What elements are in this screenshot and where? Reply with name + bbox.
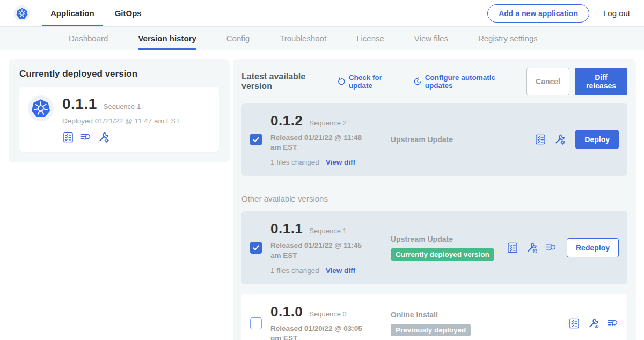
tab-license[interactable]: License	[356, 27, 384, 50]
version-number: 0.1.0	[270, 304, 303, 320]
version-number: 0.1.2	[270, 113, 303, 129]
deployed-action-icons	[62, 131, 180, 143]
deployed-timestamp: Deployed 01/21/22 @ 11:47 am EST	[62, 117, 180, 125]
tab-config[interactable]: Config	[226, 27, 250, 50]
files-changed-label: 1 files changed	[270, 267, 319, 275]
top-navigation: Application GitOps Add a new application…	[0, 0, 644, 27]
version-sequence: Sequence 1	[309, 227, 346, 235]
deployed-version-card: 0.1.1 Sequence 1 Deployed 01/21/22 @ 11:…	[19, 87, 219, 152]
main-content: Currently deployed version 0.1.1 Sequenc…	[0, 50, 644, 340]
redeploy-button[interactable]: Redeploy	[567, 238, 619, 257]
currently-deployed-badge: Currently deployed version	[391, 248, 494, 261]
currently-deployed-title: Currently deployed version	[19, 69, 219, 79]
released-timestamp: Released 01/20/22 @ 03:05 pm EST	[270, 324, 372, 340]
header-buttons: Cancel Diff releases	[526, 68, 627, 95]
version-source: Upstream Update	[391, 135, 535, 144]
add-new-application-button[interactable]: Add a new application	[487, 4, 589, 23]
tab-gitops[interactable]: GitOps	[115, 0, 142, 26]
view-diff-link[interactable]: View diff	[326, 158, 355, 166]
version-sequence: Sequence 2	[309, 119, 346, 127]
tab-dashboard[interactable]: Dashboard	[69, 27, 108, 50]
currently-deployed-panel: Currently deployed version 0.1.1 Sequenc…	[9, 59, 230, 162]
cancel-button[interactable]: Cancel	[526, 68, 569, 95]
version-checkbox[interactable]	[250, 317, 262, 329]
configure-automatic-updates-link[interactable]: Configure automatic updates	[413, 73, 515, 90]
tab-view-files[interactable]: View files	[414, 27, 448, 50]
view-files-icon[interactable]	[80, 131, 92, 143]
diff-releases-button[interactable]: Diff releases	[575, 68, 627, 95]
version-sequence: Sequence 0	[309, 310, 346, 318]
preflight-checks-icon[interactable]	[507, 242, 518, 254]
preflight-checks-icon[interactable]	[535, 134, 546, 145]
available-header: Latest available version Check for updat…	[241, 68, 627, 95]
preflight-checks-icon[interactable]	[568, 317, 580, 329]
other-versions-title: Other available versions	[241, 194, 627, 203]
view-config-icon[interactable]	[588, 317, 599, 329]
version-source: Online Install	[391, 311, 568, 319]
view-diff-link[interactable]: View diff	[326, 267, 355, 275]
row-action-icons	[568, 317, 619, 329]
row-action-icons	[507, 242, 557, 254]
deployed-version-number: 0.1.1	[62, 95, 97, 113]
kubernetes-logo-icon	[14, 5, 30, 21]
version-source: Upstream Update	[391, 235, 507, 243]
topnav-right: Add a new application Log out	[487, 4, 630, 23]
version-number: 0.1.1	[270, 220, 303, 237]
schedule-icon	[413, 77, 422, 86]
preflight-checks-icon[interactable]	[62, 131, 74, 143]
latest-available-title: Latest available version	[241, 72, 330, 91]
section-tabs: Dashboard Version history Config Trouble…	[0, 27, 644, 50]
available-versions-panel: Latest available version Check for updat…	[233, 59, 636, 340]
version-row-0-1-0: 0.1.0 Sequence 0 Released 01/20/22 @ 03:…	[241, 294, 627, 340]
row-action-icons	[535, 134, 566, 145]
released-timestamp: Released 01/21/22 @ 11:48 am EST	[270, 133, 372, 152]
previously-deployed-badge: Previously deployed	[391, 324, 471, 336]
view-files-icon[interactable]	[545, 242, 557, 254]
files-changed-label: 1 files changed	[270, 158, 319, 166]
tab-registry-settings[interactable]: Registry settings	[478, 27, 538, 50]
tab-application[interactable]: Application	[50, 0, 94, 26]
version-checkbox[interactable]	[250, 242, 262, 254]
refresh-icon	[337, 77, 346, 86]
deploy-button[interactable]: Deploy	[575, 130, 619, 149]
logout-button[interactable]: Log out	[603, 9, 630, 18]
app-kubernetes-logo-icon	[28, 95, 54, 121]
deployed-sequence: Sequence 1	[104, 102, 141, 110]
released-timestamp: Released 01/21/22 @ 11:45 am EST	[270, 241, 372, 260]
edit-config-icon[interactable]	[526, 242, 538, 254]
version-row-0-1-1: 0.1.1 Sequence 1 Released 01/21/22 @ 11:…	[241, 211, 627, 284]
app-tabs: Application GitOps	[50, 0, 142, 26]
version-row-0-1-2: 0.1.2 Sequence 2 Released 01/21/22 @ 11:…	[241, 103, 627, 176]
edit-config-icon[interactable]	[554, 134, 566, 145]
edit-config-icon[interactable]	[98, 131, 109, 143]
check-for-update-link[interactable]: Check for update	[337, 73, 401, 90]
version-checkbox[interactable]	[250, 134, 262, 145]
view-files-icon[interactable]	[607, 317, 619, 329]
tab-troubleshoot[interactable]: Troubleshoot	[280, 27, 326, 50]
tab-version-history[interactable]: Version history	[138, 27, 196, 50]
